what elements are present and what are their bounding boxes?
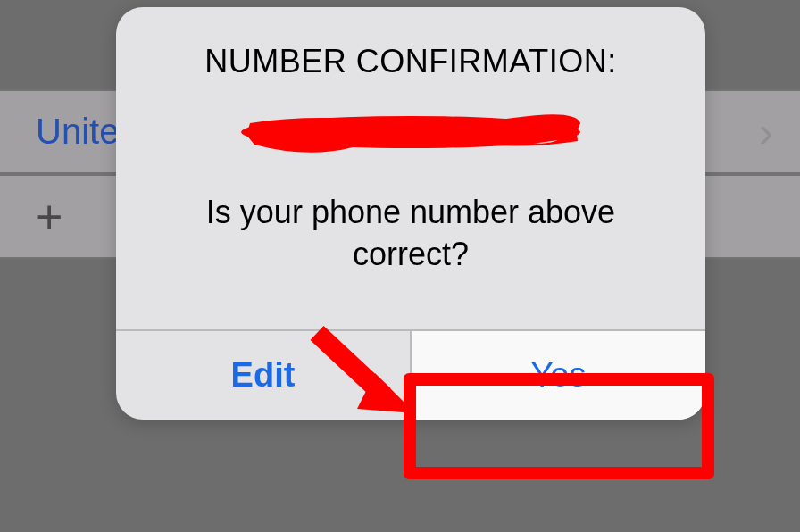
confirmation-alert: NUMBER CONFIRMATION: Is your phone numbe… — [116, 7, 705, 420]
alert-button-row: Edit Yes — [116, 329, 705, 420]
yes-button[interactable]: Yes — [412, 331, 705, 420]
alert-title: NUMBER CONFIRMATION: — [143, 43, 679, 80]
svg-point-0 — [241, 116, 580, 148]
redacted-phone-number — [237, 107, 585, 156]
edit-button[interactable]: Edit — [116, 331, 412, 420]
alert-message: Is your phone number above correct? — [143, 192, 679, 276]
alert-content: NUMBER CONFIRMATION: Is your phone numbe… — [116, 7, 705, 303]
